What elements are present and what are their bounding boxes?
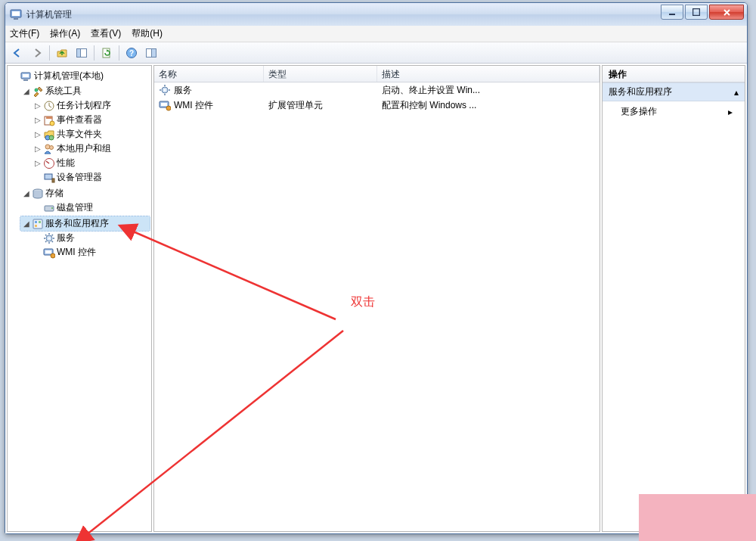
svg-point-35: [48, 237, 51, 239]
svg-point-38: [51, 253, 55, 258]
tree-task-scheduler[interactable]: ▷ 任务计划程序: [32, 98, 150, 113]
tree-performance[interactable]: ▷ 性能: [32, 156, 150, 170]
cell-desc: 配置和控制 Windows ...: [377, 99, 600, 112]
maximize-button[interactable]: [685, 5, 708, 20]
chevron-right-icon: ▸: [728, 107, 733, 117]
tree-device-manager[interactable]: 设备管理器: [32, 170, 150, 185]
expand-icon[interactable]: ◢: [22, 219, 30, 228]
tree-disk-management[interactable]: 磁盘管理: [32, 201, 150, 215]
help-button[interactable]: ?: [122, 44, 141, 62]
svg-rect-30: [33, 219, 42, 229]
collapse-icon[interactable]: ▷: [33, 130, 42, 138]
tree-label: 存储: [45, 187, 64, 200]
refresh-button[interactable]: [98, 44, 116, 62]
svg-text:?: ?: [129, 49, 134, 58]
column-desc[interactable]: 描述: [377, 66, 600, 82]
svg-point-21: [49, 135, 54, 140]
tree-label: 设备管理器: [57, 171, 102, 184]
collapse-icon[interactable]: ▷: [33, 145, 42, 153]
close-button[interactable]: [709, 5, 744, 20]
menu-action[interactable]: 操作(A): [50, 27, 80, 40]
collapse-icon[interactable]: ▷: [33, 101, 42, 110]
tree-label: WMI 控件: [57, 246, 96, 259]
cell-name: WMI 控件: [174, 99, 213, 112]
actions-header: 操作: [603, 66, 745, 82]
svg-rect-4: [693, 9, 700, 16]
show-hide-tree-button[interactable]: [73, 44, 91, 62]
watermark-block: [639, 494, 756, 541]
list-body[interactable]: 服务 启动、终止并设置 Win... WMI 控件 扩展管理单元 配置和控制 W…: [154, 82, 600, 531]
gear-icon: [159, 84, 171, 96]
device-icon: [43, 172, 55, 184]
tree-label: 任务计划程序: [57, 99, 111, 112]
titlebar[interactable]: 计算机管理: [5, 3, 747, 26]
svg-point-22: [45, 145, 50, 149]
svg-rect-26: [52, 179, 54, 182]
tree-label: 系统工具: [45, 85, 82, 98]
actions-more-label: 更多操作: [621, 105, 657, 118]
tree-event-viewer[interactable]: ▷ 事件查看器: [32, 113, 150, 127]
actions-section[interactable]: 服务和应用程序 ▴: [603, 82, 745, 101]
tree-services[interactable]: 服务: [32, 231, 150, 245]
svg-rect-37: [45, 250, 51, 253]
svg-rect-31: [35, 221, 37, 223]
column-name[interactable]: 名称: [154, 66, 264, 82]
tree-services-apps[interactable]: ◢ 服务和应用程序: [20, 216, 150, 231]
tree-label: 磁盘管理: [57, 201, 93, 214]
expand-icon[interactable]: ◢: [22, 87, 30, 95]
gear-icon: [43, 232, 55, 244]
tree-label: 计算机管理(本地): [34, 70, 104, 82]
forward-button[interactable]: [28, 44, 46, 62]
tree-root[interactable]: 计算机管理(本地): [9, 69, 150, 83]
tree-local-users[interactable]: ▷ 本地用户和组: [32, 141, 150, 156]
tree-label: 性能: [57, 157, 75, 169]
cell-desc: 启动、终止并设置 Win...: [377, 84, 600, 97]
up-level-button[interactable]: [53, 44, 71, 62]
svg-point-29: [51, 207, 53, 209]
menu-file[interactable]: 文件(F): [10, 27, 39, 40]
list-row-wmi[interactable]: WMI 控件 扩展管理单元 配置和控制 Windows ...: [154, 98, 600, 113]
list-header: 名称 类型 描述: [154, 66, 600, 82]
window-title: 计算机管理: [26, 8, 661, 21]
tree-label: 服务和应用程序: [45, 217, 109, 230]
actions-panel: 操作 服务和应用程序 ▴ 更多操作 ▸: [602, 65, 745, 532]
svg-rect-2: [14, 18, 18, 20]
menu-view[interactable]: 查看(V): [91, 27, 121, 40]
svg-rect-13: [23, 74, 29, 77]
tree-system-tools[interactable]: ◢ 系统工具: [20, 84, 150, 98]
svg-rect-25: [45, 174, 52, 179]
tree-wmi-control[interactable]: WMI 控件: [32, 245, 150, 260]
back-button[interactable]: [8, 44, 26, 62]
collapse-icon[interactable]: ▷: [33, 116, 42, 124]
clock-icon: [43, 100, 55, 112]
menubar: 文件(F) 操作(A) 查看(V) 帮助(H): [5, 26, 747, 42]
column-type[interactable]: 类型: [264, 66, 377, 82]
properties-button[interactable]: [142, 44, 160, 62]
cell-name: 服务: [174, 84, 192, 97]
svg-rect-18: [46, 117, 52, 119]
collapse-icon[interactable]: ▷: [33, 159, 42, 167]
svg-rect-33: [35, 225, 37, 227]
actions-more[interactable]: 更多操作 ▸: [603, 101, 745, 122]
svg-rect-42: [161, 103, 167, 106]
actions-section-label: 服务和应用程序: [609, 86, 672, 98]
menu-help[interactable]: 帮助(H): [132, 27, 163, 40]
svg-point-43: [166, 106, 171, 110]
event-icon: [43, 114, 55, 126]
app-icon: [10, 8, 22, 20]
tree-label: 共享文件夹: [57, 128, 102, 141]
minimize-button[interactable]: [661, 5, 683, 20]
svg-rect-1: [12, 11, 20, 16]
navigation-tree[interactable]: 计算机管理(本地) ◢ 系统工具: [8, 66, 151, 263]
users-icon: [43, 143, 55, 155]
svg-rect-6: [77, 48, 81, 57]
workspace: 计算机管理(本地) ◢ 系统工具: [5, 64, 747, 533]
expand-icon[interactable]: ◢: [22, 189, 30, 197]
toolbar: ?: [5, 42, 747, 64]
list-row-services[interactable]: 服务 启动、终止并设置 Win...: [154, 82, 600, 98]
tree-shared-folders[interactable]: ▷ 共享文件夹: [32, 127, 150, 141]
performance-icon: [43, 157, 55, 169]
svg-rect-11: [152, 48, 156, 57]
tree-storage[interactable]: ◢ 存储: [20, 186, 150, 201]
cell-type: 扩展管理单元: [264, 99, 377, 112]
